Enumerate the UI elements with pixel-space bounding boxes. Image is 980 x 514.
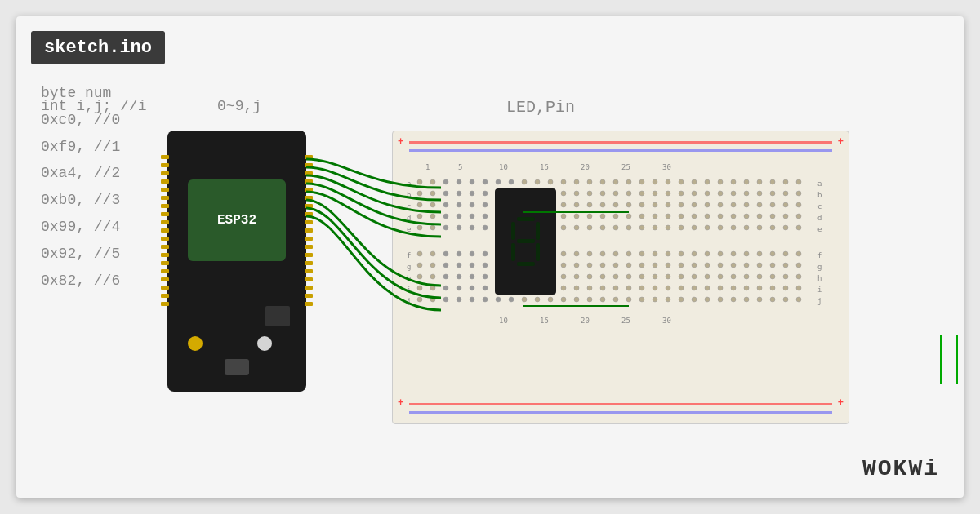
svg-point-87 bbox=[744, 191, 749, 196]
code-line-3: 0xb0, //3 bbox=[41, 188, 120, 212]
svg-point-327 bbox=[744, 297, 749, 302]
svg-point-170 bbox=[653, 225, 657, 230]
svg-point-147 bbox=[744, 214, 749, 219]
svg-point-109 bbox=[639, 202, 644, 207]
pin-r14 bbox=[305, 261, 313, 265]
svg-point-63 bbox=[430, 191, 435, 196]
svg-text:g: g bbox=[407, 263, 411, 271]
svg-point-328 bbox=[757, 297, 762, 302]
svg-point-44 bbox=[574, 179, 579, 184]
svg-point-172 bbox=[679, 225, 684, 230]
svg-point-225 bbox=[587, 263, 592, 268]
svg-point-62 bbox=[417, 191, 422, 196]
svg-text:a: a bbox=[817, 179, 822, 188]
svg-point-288 bbox=[626, 286, 631, 290]
rail-plus-top-right: + bbox=[838, 136, 844, 148]
svg-point-186 bbox=[470, 251, 474, 256]
svg-point-233 bbox=[692, 263, 697, 268]
pin-r1 bbox=[305, 155, 313, 159]
svg-point-223 bbox=[561, 263, 566, 268]
svg-point-326 bbox=[731, 297, 736, 302]
svg-text:j: j bbox=[817, 297, 822, 305]
svg-point-124 bbox=[443, 214, 448, 219]
code-line-2: 0xa4, //2 bbox=[41, 162, 120, 185]
pin-r11 bbox=[305, 237, 313, 241]
board-button-1[interactable] bbox=[188, 336, 203, 351]
svg-point-157 bbox=[483, 225, 488, 230]
svg-point-104 bbox=[574, 202, 579, 207]
board-chip bbox=[265, 306, 290, 326]
pin-r17 bbox=[305, 286, 313, 290]
svg-point-256 bbox=[600, 274, 605, 279]
svg-point-66 bbox=[470, 191, 474, 196]
svg-point-236 bbox=[731, 263, 736, 268]
svg-point-112 bbox=[679, 202, 684, 207]
segment-f bbox=[511, 222, 515, 240]
svg-point-165 bbox=[587, 225, 592, 230]
pin-l17 bbox=[161, 286, 169, 290]
svg-point-214 bbox=[443, 263, 448, 268]
svg-point-212 bbox=[417, 263, 422, 268]
svg-text:d: d bbox=[817, 214, 822, 222]
svg-point-239 bbox=[770, 263, 775, 268]
svg-point-207 bbox=[744, 251, 749, 256]
svg-text:i: i bbox=[407, 286, 411, 294]
svg-point-140 bbox=[653, 214, 657, 219]
main-container: sketch.ino int i,j; //i 0~9,j LED,Pin by… bbox=[16, 16, 964, 498]
svg-point-199 bbox=[639, 251, 644, 256]
svg-text:10: 10 bbox=[499, 163, 508, 171]
green-vline-1 bbox=[940, 335, 942, 384]
svg-point-226 bbox=[600, 263, 605, 268]
pin-r6 bbox=[305, 196, 313, 200]
svg-text:c: c bbox=[407, 202, 411, 210]
svg-point-58 bbox=[757, 179, 762, 184]
svg-point-53 bbox=[692, 179, 697, 184]
svg-point-331 bbox=[796, 297, 801, 302]
svg-point-151 bbox=[796, 214, 801, 219]
svg-point-143 bbox=[692, 214, 697, 219]
svg-text:g: g bbox=[817, 263, 822, 271]
svg-point-266 bbox=[731, 274, 736, 279]
svg-text:30: 30 bbox=[662, 317, 671, 325]
svg-point-103 bbox=[561, 202, 566, 207]
svg-text:30: 30 bbox=[662, 163, 671, 171]
svg-point-144 bbox=[705, 214, 710, 219]
svg-point-193 bbox=[561, 251, 566, 256]
svg-point-307 bbox=[483, 297, 488, 302]
svg-point-57 bbox=[744, 179, 749, 184]
segment-a bbox=[517, 217, 535, 221]
usb-connector bbox=[225, 359, 249, 375]
svg-point-182 bbox=[417, 251, 422, 256]
svg-point-240 bbox=[783, 263, 788, 268]
svg-point-80 bbox=[653, 191, 657, 196]
pin-r9 bbox=[305, 220, 313, 224]
segment-b bbox=[536, 222, 540, 240]
svg-point-166 bbox=[600, 225, 605, 230]
svg-point-287 bbox=[613, 286, 618, 290]
pin-r7 bbox=[305, 204, 313, 208]
pin-l15 bbox=[161, 269, 169, 273]
svg-point-48 bbox=[626, 179, 631, 184]
pin-l6 bbox=[161, 196, 169, 200]
svg-point-229 bbox=[639, 263, 644, 268]
svg-point-83 bbox=[692, 191, 697, 196]
svg-point-313 bbox=[561, 297, 566, 302]
svg-text:1: 1 bbox=[425, 163, 430, 171]
pins-left bbox=[161, 155, 169, 306]
svg-point-202 bbox=[679, 251, 684, 256]
svg-point-213 bbox=[430, 263, 435, 268]
svg-point-52 bbox=[679, 179, 684, 184]
svg-point-35 bbox=[457, 179, 461, 184]
pin-r15 bbox=[305, 269, 313, 273]
svg-point-322 bbox=[679, 297, 684, 302]
svg-point-246 bbox=[470, 274, 474, 279]
board-button-2[interactable] bbox=[257, 336, 272, 351]
svg-point-88 bbox=[757, 191, 762, 196]
svg-point-60 bbox=[783, 179, 788, 184]
segment-d bbox=[517, 262, 535, 266]
svg-point-107 bbox=[613, 202, 618, 207]
svg-point-194 bbox=[574, 251, 579, 256]
svg-point-269 bbox=[770, 274, 775, 279]
svg-point-118 bbox=[757, 202, 762, 207]
svg-point-184 bbox=[443, 251, 448, 256]
